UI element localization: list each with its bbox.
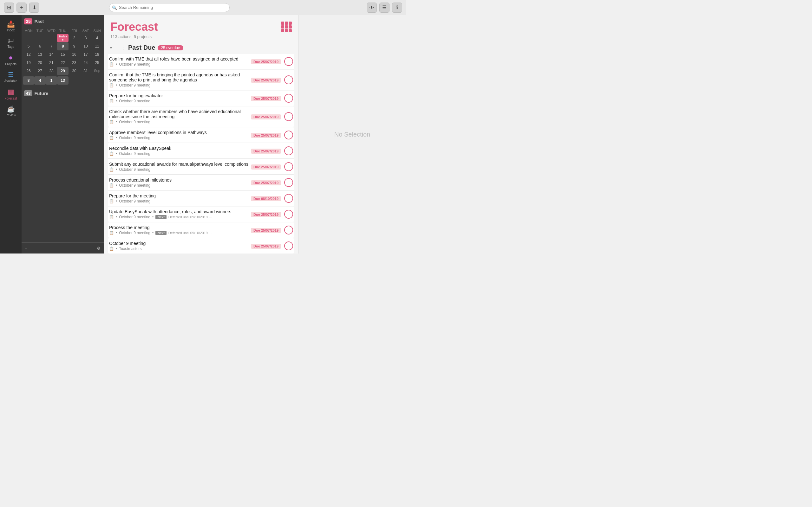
cal-cell[interactable]: 24: [80, 59, 91, 67]
cal-cell[interactable]: 12: [23, 50, 34, 59]
info-button[interactable]: ℹ: [392, 3, 402, 13]
task-complete-button[interactable]: [284, 178, 293, 187]
sidebar-toggle-button[interactable]: ⊞: [4, 3, 14, 13]
search-input[interactable]: [109, 3, 230, 12]
task-complete-button[interactable]: [284, 226, 293, 234]
cal-cell[interactable]: 11: [91, 42, 103, 50]
calendar-settings-button[interactable]: ⚙: [97, 246, 101, 250]
task-content: Confirm that the TME is bringing the pri…: [109, 72, 251, 88]
cal-cell[interactable]: 16: [68, 50, 80, 59]
task-content: Process educational milestones 📋 • Octob…: [109, 177, 251, 187]
sidebar-item-forecast[interactable]: ▦ Forecast: [0, 85, 21, 103]
cal-cell[interactable]: 17: [80, 50, 91, 59]
calendar-week-5: 26 27 28 29 30 31 Sep: [23, 67, 103, 75]
task-item[interactable]: Confirm with TME that all roles have bee…: [108, 54, 294, 69]
cal-cell[interactable]: 9: [68, 42, 80, 50]
cal-cell-highlighted[interactable]: 8: [57, 42, 68, 50]
cal-cell[interactable]: 14: [46, 50, 57, 59]
task-due: Due 08/10/2019: [251, 195, 281, 201]
cal-cell[interactable]: 23: [68, 59, 80, 67]
cal-cell[interactable]: 4: [91, 34, 103, 42]
task-complete-button[interactable]: [284, 75, 293, 84]
task-item[interactable]: Process educational milestones 📋 • Octob…: [108, 175, 294, 190]
cal-cell[interactable]: 5: [23, 42, 34, 50]
cal-cell[interactable]: 13: [34, 50, 46, 59]
cal-cell[interactable]: 31: [80, 67, 91, 75]
cal-cell-summary[interactable]: 1: [46, 76, 57, 84]
task-item[interactable]: Prepare for the meeting 📋 • October 9 me…: [108, 191, 294, 206]
task-complete-button[interactable]: [284, 147, 293, 155]
task-content: Check whether there are members who have…: [109, 109, 251, 124]
cal-cell[interactable]: 22: [57, 59, 68, 67]
task-complete-button[interactable]: [284, 130, 293, 139]
cal-cell[interactable]: 19: [23, 59, 34, 67]
cal-cell-highlighted[interactable]: 29: [57, 67, 68, 75]
cal-cell[interactable]: 25: [91, 59, 103, 67]
task-project: October 9 meeting: [119, 231, 150, 235]
due-badge: Due 25/07/2019: [251, 114, 281, 119]
task-complete-button[interactable]: [284, 162, 293, 171]
cal-cell[interactable]: 2: [68, 34, 80, 42]
task-item[interactable]: Prepare for being evaluator 📋 • October …: [108, 91, 294, 106]
task-meta: 📋 • October 9 meeting: [109, 83, 251, 88]
sidebar-item-tags[interactable]: 🏷 Tags: [0, 35, 21, 51]
view-toggle-button[interactable]: 👁: [367, 3, 377, 13]
task-complete-button[interactable]: [284, 194, 293, 203]
sidebar-label-forecast: Forecast: [5, 97, 17, 100]
cal-today-cell[interactable]: Today 6: [57, 34, 68, 42]
day-wed: WED: [46, 29, 57, 33]
cal-cell[interactable]: 21: [46, 59, 57, 67]
cal-cell[interactable]: 27: [34, 67, 46, 75]
download-button[interactable]: ⬇: [29, 3, 39, 13]
cal-cell[interactable]: 15: [57, 50, 68, 59]
task-complete-button[interactable]: [284, 112, 293, 121]
task-item[interactable]: Update EasySpeak with attendance, roles,…: [108, 207, 294, 222]
sidebar-label-available: Available: [4, 79, 17, 83]
task-due: Due 25/07/2019: [251, 95, 281, 101]
task-complete-button[interactable]: [284, 57, 293, 66]
cal-cell-summary[interactable]: 13: [57, 76, 68, 84]
task-complete-button[interactable]: [284, 241, 293, 250]
task-item[interactable]: Submit any educational awards for manual…: [108, 159, 294, 175]
sidebar-item-review[interactable]: ☕ Review: [0, 103, 21, 119]
collapse-triangle-icon[interactable]: ▼: [109, 46, 113, 50]
add-calendar-button[interactable]: ＋: [24, 245, 29, 251]
task-item[interactable]: Check whether there are members who have…: [108, 107, 294, 127]
due-badge: Due 08/10/2019: [251, 196, 281, 201]
task-item[interactable]: Process the meeting 📋 • October 9 meetin…: [108, 222, 294, 238]
list-view-button[interactable]: ☰: [379, 3, 390, 13]
due-badge: Due 25/07/2019: [251, 180, 281, 185]
cal-cell-summary[interactable]: 8: [23, 76, 34, 84]
task-complete-button[interactable]: [284, 210, 293, 219]
cal-cell[interactable]: 28: [46, 67, 57, 75]
sidebar-item-available[interactable]: ☰ Available: [0, 68, 21, 85]
task-project: October 9 meeting: [119, 135, 150, 140]
sidebar-item-inbox[interactable]: 📥 Inbox: [0, 18, 21, 35]
cal-cell[interactable]: 18: [91, 50, 103, 59]
cal-cell[interactable]: 6: [34, 42, 46, 50]
toolbar: ⊞ ＋ ⬇ 🔍 👁 ☰ ℹ: [0, 0, 406, 15]
cal-cell[interactable]: 20: [34, 59, 46, 67]
sidebar-item-projects[interactable]: ● Projects: [0, 51, 21, 68]
task-item[interactable]: Approve members' level completions in Pa…: [108, 127, 294, 143]
task-separator: •: [116, 183, 117, 187]
cal-cell-summary[interactable]: 4: [34, 76, 46, 84]
cal-cell[interactable]: [34, 34, 46, 42]
task-title: October 9 meeting: [109, 241, 251, 246]
cal-cell[interactable]: 7: [46, 42, 57, 50]
cal-cell[interactable]: 30: [68, 67, 80, 75]
task-item[interactable]: October 9 meeting 📋 • Toastmasters Due 2…: [108, 238, 294, 253]
task-doc-icon: 📋: [109, 246, 114, 251]
cal-cell[interactable]: [46, 34, 57, 42]
cal-cell[interactable]: 3: [80, 34, 91, 42]
grid-view-toggle[interactable]: [281, 21, 292, 32]
add-button[interactable]: ＋: [16, 3, 27, 13]
cal-cell[interactable]: [23, 34, 34, 42]
cal-cell[interactable]: 10: [80, 42, 91, 50]
eye-icon: 👁: [369, 5, 374, 10]
task-complete-button[interactable]: [284, 94, 293, 103]
task-item[interactable]: Confirm that the TME is bringing the pri…: [108, 70, 294, 90]
task-content: Update EasySpeak with attendance, roles,…: [109, 209, 251, 219]
cal-cell[interactable]: 26: [23, 67, 34, 75]
task-item[interactable]: Reconcile data with EasySpeak 📋 • Octobe…: [108, 143, 294, 159]
